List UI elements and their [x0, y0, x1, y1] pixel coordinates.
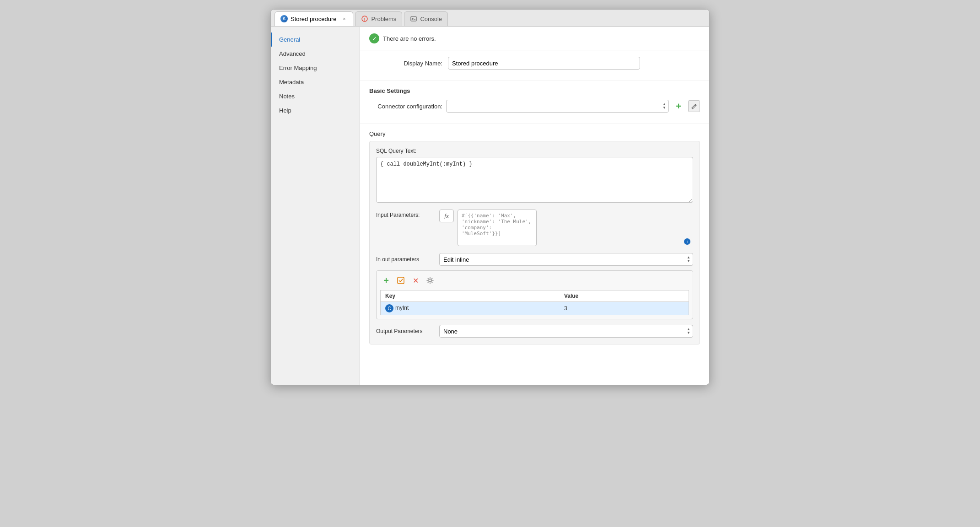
output-params-label: Output Parameters: [376, 328, 436, 334]
param-toolbar: + ✕: [380, 274, 689, 286]
param-key-cell: CmyInt: [381, 302, 560, 315]
sidebar-item-advanced[interactable]: Advanced: [271, 47, 360, 61]
connector-config-row: Connector configuration: ▲▼ +: [369, 100, 700, 113]
tab-stored-procedure-label: Stored procedure: [291, 16, 336, 22]
tab-problems-label: Problems: [371, 16, 396, 22]
sidebar-error-mapping-label: Error Mapping: [279, 65, 317, 71]
param-value-cell: 3: [560, 302, 689, 315]
input-params-label: Input Parameters:: [376, 210, 436, 218]
display-name-input[interactable]: [448, 57, 640, 70]
query-title: Query: [369, 130, 700, 137]
display-name-section: Display Name:: [360, 50, 709, 81]
fx-button[interactable]: fx: [439, 210, 454, 222]
status-banner: ✓ There are no errors.: [360, 27, 709, 50]
info-icon: i: [684, 238, 690, 245]
output-select[interactable]: None: [439, 325, 693, 338]
inout-label: In out parameters: [376, 256, 436, 263]
sql-textarea[interactable]: [376, 157, 693, 203]
tab-problems[interactable]: ! Problems: [355, 11, 402, 26]
inout-select[interactable]: Edit inline: [439, 253, 693, 266]
svg-text:!: !: [364, 17, 366, 22]
col-key: Key: [381, 290, 560, 302]
sidebar-metadata-label: Metadata: [279, 79, 304, 86]
svg-rect-5: [398, 277, 404, 284]
tab-console[interactable]: Console: [404, 11, 448, 26]
main-panel: ✓ There are no errors. Display Name: Bas…: [360, 27, 709, 385]
connector-config-select[interactable]: [446, 100, 669, 113]
sidebar-notes-label: Notes: [279, 93, 295, 100]
settings-param-button[interactable]: [424, 274, 436, 286]
query-section: Query SQL Query Text: Input Parameters: …: [360, 124, 709, 351]
edit-connector-button[interactable]: [688, 100, 700, 112]
output-select-wrapper: None ▲▼: [439, 325, 693, 338]
param-table: Key Value CmyInt3: [380, 290, 689, 315]
add-param-button[interactable]: +: [380, 274, 392, 286]
sidebar-help-label: Help: [279, 107, 291, 114]
status-message: There are no errors.: [383, 35, 436, 42]
sidebar-item-help[interactable]: Help: [271, 103, 360, 118]
tab-stored-procedure[interactable]: S Stored procedure ×: [275, 11, 353, 26]
input-params-row: Input Parameters: fx i: [376, 210, 693, 247]
sidebar-general-label: General: [279, 36, 300, 43]
inout-row: In out parameters Edit inline ▲▼: [376, 253, 693, 266]
param-table-area: + ✕ Key: [376, 270, 693, 319]
sidebar-item-metadata[interactable]: Metadata: [271, 75, 360, 89]
sidebar-advanced-label: Advanced: [279, 50, 306, 57]
output-params-row: Output Parameters None ▲▼: [376, 325, 693, 338]
tab-console-label: Console: [420, 16, 442, 22]
query-inner: SQL Query Text: Input Parameters: fx i I…: [369, 141, 700, 344]
output-select-arrows-icon: ▲▼: [687, 328, 690, 335]
delete-param-button[interactable]: ✕: [409, 274, 421, 286]
inout-select-arrows-icon: ▲▼: [687, 256, 690, 263]
display-name-label: Display Name:: [369, 60, 442, 67]
connector-config-label: Connector configuration:: [369, 103, 442, 110]
basic-settings-title: Basic Settings: [369, 87, 700, 94]
sql-query-label: SQL Query Text:: [376, 148, 693, 154]
check-icon: ✓: [369, 33, 379, 43]
tab-close-button[interactable]: ×: [341, 16, 347, 22]
sidebar-item-general[interactable]: General: [271, 32, 360, 47]
col-value: Value: [560, 290, 689, 302]
tab-bar: S Stored procedure × ! Problems Console: [271, 10, 709, 27]
content-area: General Advanced Error Mapping Metadata …: [271, 27, 709, 385]
select-arrows-icon: ▲▼: [662, 102, 666, 110]
inout-select-wrapper: Edit inline ▲▼: [439, 253, 693, 266]
stored-procedure-icon: S: [280, 15, 288, 22]
basic-settings-section: Basic Settings Connector configuration: …: [360, 81, 709, 124]
sidebar-item-notes[interactable]: Notes: [271, 89, 360, 103]
sidebar: General Advanced Error Mapping Metadata …: [271, 27, 360, 385]
console-icon: [410, 15, 417, 22]
connector-config-select-wrapper: ▲▼: [446, 100, 669, 113]
input-params-textarea[interactable]: [458, 210, 537, 246]
table-row[interactable]: CmyInt3: [381, 302, 689, 315]
svg-point-6: [429, 279, 431, 282]
add-connector-button[interactable]: +: [673, 100, 684, 112]
svg-line-4: [695, 105, 695, 106]
edit-param-button[interactable]: [395, 274, 407, 286]
row-type-icon: C: [385, 304, 393, 312]
problems-icon: !: [361, 15, 368, 22]
sidebar-item-error-mapping[interactable]: Error Mapping: [271, 61, 360, 75]
app-window: S Stored procedure × ! Problems Console …: [270, 9, 710, 385]
display-name-row: Display Name:: [369, 57, 700, 70]
